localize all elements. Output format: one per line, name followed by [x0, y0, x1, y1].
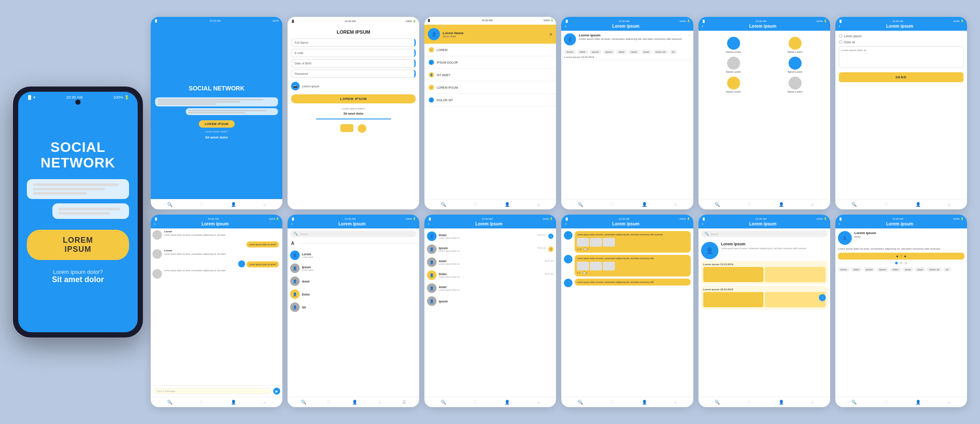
- s2-link-bold[interactable]: Sit amet dolor: [291, 112, 416, 115]
- s4-nav-heart[interactable]: ♡: [610, 202, 614, 207]
- menu-item-4[interactable]: ○ LOREM IPSUM: [424, 81, 556, 94]
- s11-next-arrow[interactable]: ›: [819, 294, 826, 301]
- msg-dolor[interactable]: 👤 Dolor 09:42 am Lorem ipsum dolor sit 1: [426, 230, 554, 242]
- s11-back-button[interactable]: ‹: [702, 222, 703, 226]
- msg-amet2[interactable]: 👤 Amet Lorem ipsum dolor sit: [426, 282, 554, 294]
- s9-nav-heart[interactable]: ♡: [473, 400, 477, 405]
- radio-1-dot[interactable]: [839, 34, 842, 38]
- menu-item-3[interactable]: 👤 SIT AMET: [424, 69, 556, 81]
- s7-message-input[interactable]: Type a message ...: [153, 388, 272, 394]
- s4-nav-home[interactable]: ⌂: [674, 202, 677, 207]
- contact-4[interactable]: Name Lorem: [766, 57, 824, 73]
- s11-nav-home[interactable]: ⌂: [811, 400, 814, 405]
- s6-nav-heart[interactable]: ♡: [884, 202, 888, 207]
- s7-nav-search[interactable]: 🔍: [167, 400, 172, 405]
- friend-lorem[interactable]: 👤 Lorem Lorem dolor: [289, 249, 417, 261]
- main-cta-button[interactable]: LOREM IPSUM: [27, 230, 129, 260]
- s10-nav-user[interactable]: 👤: [642, 400, 647, 405]
- s6-radio-1[interactable]: Lorem ipsum: [839, 34, 964, 38]
- s3-nav-search[interactable]: 🔍: [441, 202, 446, 207]
- s2-fullname-input[interactable]: Full Name: [291, 39, 416, 47]
- s4-back-button[interactable]: ‹: [565, 24, 566, 29]
- s3-nav-user[interactable]: 👤: [505, 202, 510, 207]
- contact-5[interactable]: Name Lorem: [705, 77, 763, 93]
- notif-3-card[interactable]: Lorem ipsum dolor sit amet, consectetur …: [575, 279, 690, 286]
- s7-nav-heart[interactable]: ♡: [200, 400, 204, 405]
- s12-back-button[interactable]: ‹: [839, 222, 840, 226]
- s7-send-button[interactable]: ▶: [273, 388, 280, 395]
- s4-nav-user[interactable]: 👤: [642, 202, 647, 207]
- s2-email-input[interactable]: E-mail: [291, 49, 416, 57]
- nav-home-icon[interactable]: ⌂: [263, 202, 266, 207]
- contact-3[interactable]: Name Lorem: [705, 57, 763, 73]
- s11-nav-heart[interactable]: ♡: [747, 400, 751, 405]
- s8-nav-search[interactable]: 🔍: [301, 400, 306, 405]
- radio-2-dot[interactable]: [839, 40, 842, 44]
- s12-nav-heart[interactable]: ♡: [884, 400, 888, 405]
- s6-textarea[interactable]: Lorem ipsum dolor sit: [839, 46, 964, 68]
- friend-dolor[interactable]: 👤 Dolor: [289, 288, 417, 300]
- menu-item-1[interactable]: ⌂ LOREM: [424, 44, 556, 56]
- s9-nav-home[interactable]: ⌂: [537, 400, 540, 405]
- s8-back-button[interactable]: ‹: [291, 222, 292, 226]
- s6-radio-2[interactable]: Dolor sit: [839, 40, 964, 44]
- notif-2-card[interactable]: Lorem ipsum dolor sit amet, consectetur …: [575, 255, 690, 276]
- friend-sit[interactable]: 👤 Sit: [289, 301, 417, 313]
- s12-nav-search[interactable]: 🔍: [851, 400, 857, 405]
- contact-6[interactable]: Name Lorem: [766, 77, 824, 93]
- s4-options-icon[interactable]: ⋯: [688, 33, 691, 36]
- friend-ipsum[interactable]: 👤 Ipsum Lorem dolor: [289, 262, 417, 274]
- msg-dolor2[interactable]: 👤 Dolor 09:42 am Lorem ipsum dolor sit: [426, 269, 554, 281]
- s12-nav-home[interactable]: ⌂: [948, 400, 951, 405]
- s9-nav-user[interactable]: 👤: [505, 400, 510, 405]
- s8-nav-menu[interactable]: ☰: [402, 400, 406, 405]
- s8-search-bar[interactable]: 🔍 Search: [290, 231, 417, 237]
- contact-1[interactable]: Name Lorem: [705, 37, 763, 53]
- s6-send-button[interactable]: SEND: [839, 72, 964, 82]
- msg-ipsum[interactable]: 👤 Ipsum 09:42 am Lorem ipsum dolor sit 2: [426, 243, 554, 255]
- s7-nav-home[interactable]: ⌂: [263, 400, 266, 405]
- nav-user-icon[interactable]: 👤: [231, 202, 236, 207]
- s10-nav-heart[interactable]: ♡: [610, 400, 614, 405]
- s10-nav-search[interactable]: 🔍: [578, 400, 583, 405]
- s11-post-card-2[interactable]: Lorem ipsum 18.03.2019 ›: [701, 286, 828, 309]
- s12-nav-user[interactable]: 👤: [915, 400, 921, 405]
- s2-password-input[interactable]: Password: [291, 70, 416, 78]
- s5-back-button[interactable]: ‹: [702, 24, 703, 29]
- msg-ipsum2[interactable]: 👤 Ipsum: [426, 295, 554, 307]
- s2-link[interactable]: Lorem ipsum dolor?: [291, 107, 416, 110]
- s2-dob-input[interactable]: Date of Birth: [291, 59, 416, 67]
- nav-search-icon[interactable]: 🔍: [167, 202, 172, 207]
- s2-submit-button[interactable]: Lorem ipsum: [291, 94, 416, 103]
- s11-search-bar[interactable]: 🔍 Search: [701, 231, 828, 237]
- friend-amet[interactable]: 👤 Amet: [289, 275, 417, 287]
- s11-nav-user[interactable]: 👤: [779, 400, 784, 405]
- s7-nav-user[interactable]: 👤: [231, 400, 236, 405]
- s6-nav-user[interactable]: 👤: [915, 202, 921, 207]
- notif-1-card[interactable]: Lorem ipsum dolor sit amet, consectetur …: [575, 231, 690, 253]
- s8-nav-heart[interactable]: ♡: [327, 400, 331, 405]
- close-button[interactable]: ✕: [549, 32, 553, 37]
- s8-nav-home[interactable]: ⌂: [378, 400, 381, 405]
- s5-nav-heart[interactable]: ♡: [747, 202, 751, 207]
- s5-nav-home[interactable]: ⌂: [811, 202, 814, 207]
- s10-nav-home[interactable]: ⌂: [674, 400, 677, 405]
- s5-nav-search[interactable]: 🔍: [715, 202, 720, 207]
- contact-2[interactable]: Name Lorem: [766, 37, 824, 53]
- s1-cta-button[interactable]: LOREM IPSUM: [199, 120, 235, 128]
- s3-nav-home[interactable]: ⌂: [537, 202, 540, 207]
- s8-nav-user[interactable]: 👤: [352, 400, 357, 405]
- s11-post-card-1[interactable]: Lorem ipsum 15.03.2019: [701, 261, 828, 284]
- s11-nav-search[interactable]: 🔍: [715, 400, 720, 405]
- nav-heart-icon[interactable]: ♡: [200, 202, 204, 207]
- msg-amet[interactable]: 👤 Amet 09:42 am Lorem ipsum dolor sit: [426, 256, 554, 268]
- s6-nav-home[interactable]: ⌂: [948, 202, 951, 207]
- s4-nav-search[interactable]: 🔍: [578, 202, 583, 207]
- s6-nav-search[interactable]: 🔍: [851, 202, 857, 207]
- s3-nav-heart[interactable]: ♡: [473, 202, 477, 207]
- s10-back-button[interactable]: ‹: [565, 222, 566, 226]
- s6-back-button[interactable]: ‹: [839, 24, 840, 29]
- s9-back-button[interactable]: ‹: [428, 222, 429, 226]
- s9-nav-search[interactable]: 🔍: [441, 400, 446, 405]
- s7-back-button[interactable]: ‹: [154, 222, 155, 226]
